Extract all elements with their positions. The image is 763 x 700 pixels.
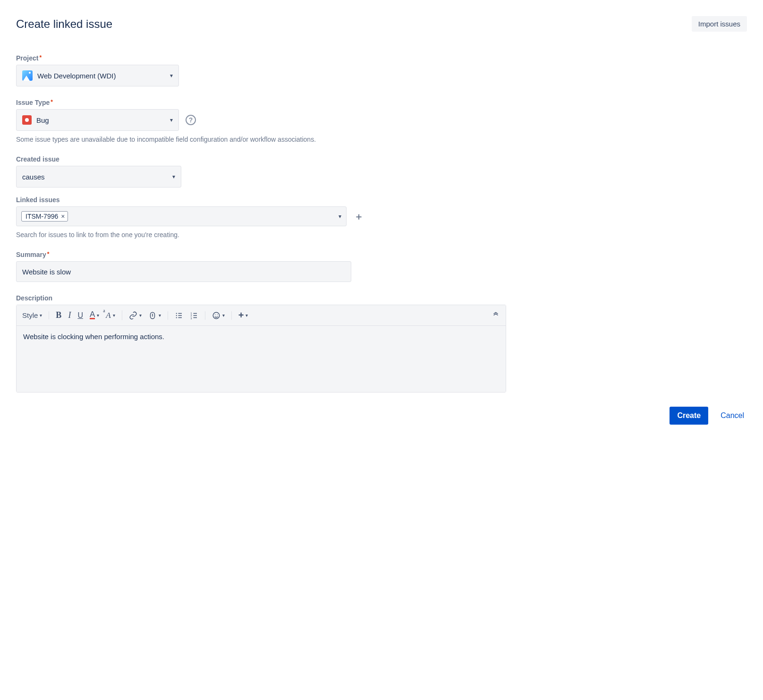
editor-toolbar: Style▾ B I U A▾ aA▾ ▾	[17, 305, 506, 326]
clear-formatting-button[interactable]: aA▾	[106, 311, 115, 320]
insert-more-button[interactable]: +▾	[238, 310, 248, 321]
collapse-toolbar-icon[interactable]	[492, 310, 500, 320]
svg-point-15	[215, 314, 216, 315]
project-icon	[22, 70, 33, 81]
italic-button[interactable]: I	[68, 310, 71, 320]
bold-button[interactable]: B	[56, 310, 61, 320]
description-editor: Style▾ B I U A▾ aA▾ ▾	[16, 305, 506, 393]
issue-type-select[interactable]: Bug ▾	[16, 109, 179, 131]
created-issue-select[interactable]: causes ▾	[16, 166, 181, 188]
attachment-button[interactable]: ▾	[148, 311, 161, 320]
numbered-list-icon: 123	[190, 311, 198, 320]
chevron-down-icon: ▾	[339, 213, 341, 220]
svg-point-16	[217, 314, 218, 315]
linked-issues-label: Linked issues	[16, 196, 747, 204]
help-icon[interactable]: ?	[186, 115, 196, 125]
svg-text:3: 3	[190, 316, 192, 319]
svg-point-4	[176, 317, 177, 318]
create-button[interactable]: Create	[670, 407, 708, 425]
emoji-icon	[212, 311, 220, 320]
created-issue-label: Created issue	[16, 155, 747, 163]
created-issue-value: causes	[22, 173, 45, 181]
svg-point-3	[176, 315, 177, 316]
cancel-button[interactable]: Cancel	[718, 411, 747, 420]
bug-icon	[22, 115, 32, 125]
description-label: Description	[16, 294, 747, 302]
summary-label: Summary*	[16, 251, 747, 258]
chevron-down-icon: ▾	[172, 173, 175, 180]
project-value: Web Development (WDI)	[37, 72, 116, 80]
link-button[interactable]: ▾	[129, 311, 142, 320]
text-color-button[interactable]: A▾	[90, 311, 99, 319]
bullet-list-icon	[175, 311, 183, 320]
linked-issues-hint: Search for issues to link to from the on…	[16, 231, 747, 239]
svg-point-14	[213, 312, 220, 319]
project-select[interactable]: Web Development (WDI) ▾	[16, 65, 179, 86]
page-title: Create linked issue	[16, 17, 112, 31]
style-dropdown[interactable]: Style▾	[22, 311, 42, 319]
attachment-icon	[148, 311, 157, 320]
project-label: Project*	[16, 54, 747, 62]
chevron-down-icon: ▾	[170, 117, 173, 123]
linked-issue-tag[interactable]: ITSM-7996 ×	[21, 211, 68, 222]
bullet-list-button[interactable]	[175, 311, 183, 320]
import-issues-button[interactable]: Import issues	[692, 16, 747, 32]
linked-issues-select[interactable]: ITSM-7996 × ▾	[16, 206, 347, 226]
underline-button[interactable]: U	[77, 311, 83, 320]
description-textarea[interactable]: Website is clocking when performing acti…	[17, 326, 506, 392]
remove-tag-icon[interactable]: ×	[61, 213, 65, 220]
chevron-down-icon: ▾	[170, 72, 173, 79]
issue-type-hint: Some issue types are unavailable due to …	[16, 136, 747, 143]
add-linked-issue-icon[interactable]: ＋	[354, 210, 364, 223]
numbered-list-button[interactable]: 123	[190, 311, 198, 320]
issue-type-value: Bug	[36, 116, 49, 124]
link-icon	[129, 311, 137, 320]
issue-type-label: Issue Type*	[16, 99, 747, 106]
emoji-button[interactable]: ▾	[212, 311, 225, 320]
svg-point-2	[176, 313, 177, 314]
summary-input[interactable]	[16, 261, 351, 282]
